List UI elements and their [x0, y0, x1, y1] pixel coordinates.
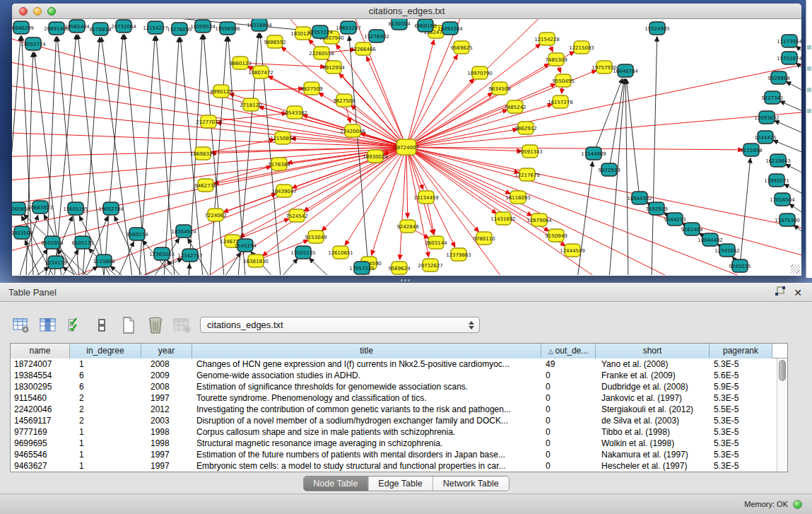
graph-node[interactable]: 9560154 — [126, 228, 148, 240]
graph-node[interactable]: 10970790 — [467, 66, 493, 79]
new-file-icon[interactable] — [119, 316, 138, 335]
table-cell[interactable]: 5.3E-5 — [710, 426, 772, 438]
table-row[interactable]: 1830029562008Estimation of significance … — [11, 381, 787, 392]
table-cell[interactable]: 0 — [541, 449, 596, 460]
table-cell[interactable]: Hescheler et al. (1997) — [596, 460, 710, 472]
table-cell[interactable]: Structural magnetic resonance image aver… — [192, 438, 541, 449]
table-selector-dropdown[interactable]: citations_edges.txt — [200, 317, 480, 333]
graph-node[interactable]: 21277013 — [196, 115, 221, 128]
table-cell[interactable]: 49 — [541, 358, 596, 370]
graph-node[interactable]: 10439047 — [271, 185, 297, 197]
table-cell[interactable]: 9465546 — [11, 449, 70, 460]
graph-node[interactable]: 9827508 — [333, 94, 355, 107]
table-cell[interactable]: Tourette syndrome. Phenomenology and cla… — [192, 392, 541, 404]
table-vertical-scrollbar[interactable] — [777, 358, 787, 472]
float-panel-icon[interactable] — [775, 286, 785, 299]
graph-node[interactable]: 12444549 — [560, 244, 585, 257]
select-all-checks-icon[interactable] — [65, 316, 84, 335]
graph-node[interactable]: 11675300 — [775, 214, 800, 226]
graph-node[interactable]: 15324905 — [645, 22, 670, 35]
table-cell[interactable]: 5.3E-5 — [710, 415, 772, 426]
graph-node[interactable]: 9176384 — [268, 158, 290, 170]
graph-node[interactable]: 22260558 — [309, 47, 334, 59]
graph-node[interactable]: 18698321 — [190, 147, 216, 160]
graph-node[interactable]: 13505135 — [290, 246, 316, 259]
graph-node[interactable]: 7592919 — [645, 202, 667, 215]
graph-node[interactable]: 9569625 — [450, 41, 472, 54]
graph-node[interactable]: 9634508 — [488, 82, 510, 95]
table-cell[interactable]: 5.9E-5 — [710, 381, 772, 392]
graph-node[interactable]: 12215083 — [569, 41, 594, 54]
table-cell[interactable]: 1998 — [141, 438, 192, 449]
table-cell[interactable]: 14569117 — [11, 415, 70, 426]
graph-node[interactable]: 12093832 — [754, 111, 779, 124]
table-cell[interactable]: 1 — [70, 358, 141, 370]
table-cell[interactable]: 18724007 — [11, 358, 70, 370]
table-cell[interactable]: 0 — [541, 404, 596, 415]
column-header-name[interactable]: name — [11, 344, 70, 358]
table-cell[interactable]: 9463627 — [11, 460, 70, 472]
graph-node[interactable]: 7485309 — [545, 53, 567, 66]
table-cell[interactable]: 1997 — [141, 449, 192, 460]
graph-node[interactable]: 15751874 — [777, 52, 801, 64]
table-cell[interactable]: 1 — [70, 438, 141, 449]
graph-node[interactable]: 6505135 — [71, 236, 93, 249]
table-cell[interactable]: 9777169 — [11, 426, 70, 438]
table-cell[interactable]: Wolkin et al. (1998) — [596, 438, 710, 449]
graph-node[interactable]: 1244415 — [754, 131, 776, 144]
table-cell[interactable]: Estimation of the future numbers of pati… — [192, 449, 541, 460]
graph-node[interactable]: 1115688 — [93, 255, 114, 267]
graph-node[interactable]: 2803144 — [425, 236, 447, 249]
column-header-year[interactable]: year — [141, 344, 192, 358]
table-cell[interactable]: Dudbridge et al. (2008) — [596, 381, 710, 392]
graph-node[interactable]: 2718120 — [240, 98, 261, 111]
table-cell[interactable]: Estimation of significance thresholds fo… — [192, 381, 541, 392]
scrollbar-thumb[interactable] — [779, 360, 786, 381]
graph-node[interactable]: 12365043 — [149, 247, 175, 260]
column-header-in_degree[interactable]: in_degree — [70, 344, 141, 358]
table-cell[interactable]: 9115460 — [11, 392, 70, 404]
table-cell[interactable]: 5.3E-5 — [710, 358, 772, 370]
table-cell[interactable]: 2008 — [141, 381, 192, 392]
graph-node[interactable]: 9462735 — [194, 179, 216, 192]
table-cell[interactable]: Genome-wide association studies in ADHD. — [192, 370, 541, 381]
graph-node[interactable]: 10543382 — [282, 106, 307, 119]
network-graph-canvas[interactable]: 1872400722266466891295498275091054338212… — [12, 19, 801, 275]
graph-node[interactable]: 12154228 — [534, 33, 560, 45]
graph-node[interactable]: 20732064 — [111, 20, 136, 33]
zoom-window-button[interactable] — [47, 7, 56, 16]
table-cell[interactable]: 19384554 — [11, 370, 70, 381]
table-cell[interactable]: 0 — [541, 460, 596, 472]
graph-node[interactable]: 16157278 — [548, 95, 573, 108]
table-cell[interactable]: 0 — [541, 370, 596, 381]
table-cell[interactable]: 9699695 — [11, 438, 70, 449]
table-row[interactable]: 1456911722003Disruption of a novel membe… — [11, 415, 787, 426]
table-column-icon[interactable] — [38, 316, 57, 335]
graph-node[interactable]: 9862912 — [514, 122, 536, 134]
table-cell[interactable]: 0 — [541, 392, 596, 404]
graph-node[interactable]: 9150949 — [545, 229, 567, 242]
graph-node[interactable]: 10591343 — [517, 145, 543, 158]
table-cell[interactable]: Tibbo et al. (1998) — [596, 426, 710, 438]
graph-node[interactable]: 9827509 — [300, 82, 322, 95]
graph-node[interactable]: 9872919 — [598, 163, 620, 176]
table-cell[interactable]: 0 — [541, 426, 596, 438]
table-cell[interactable]: 5.3E-5 — [710, 460, 772, 472]
table-cell[interactable]: Embryonic stem cells: a model to study s… — [192, 460, 541, 472]
graph-node[interactable]: 16944302 — [627, 192, 652, 204]
graph-node[interactable]: 6960160 — [414, 19, 436, 32]
table-cell[interactable]: 5.6E-5 — [710, 370, 772, 381]
table-cell[interactable]: Investigating the contribution of common… — [192, 404, 541, 415]
graph-node[interactable]: 18724007 — [394, 139, 419, 155]
minimize-window-button[interactable] — [33, 7, 42, 16]
table-cell[interactable]: 5.3E-5 — [710, 449, 772, 460]
table-cell[interactable]: 5.5E-5 — [710, 404, 772, 415]
graph-node[interactable]: 8912954 — [322, 61, 345, 74]
graph-node[interactable]: 8130304 — [388, 19, 411, 30]
table-cell[interactable]: 1 — [70, 460, 141, 472]
table-cell[interactable]: Franke et al. (2009) — [596, 370, 710, 381]
tab-node-table[interactable]: Node Table — [303, 477, 368, 491]
tab-network-table[interactable]: Network Table — [433, 477, 509, 491]
memory-status-indicator[interactable] — [793, 500, 802, 509]
table-cell[interactable]: Nakamura et al. (1997) — [596, 449, 710, 460]
